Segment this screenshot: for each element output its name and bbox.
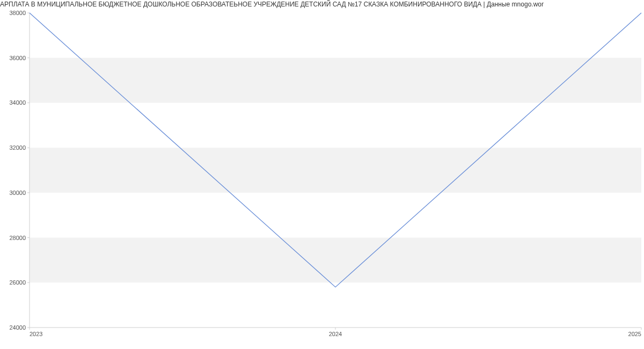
y-tick-label: 24000 <box>9 324 26 331</box>
x-tick-label: 2025 <box>628 331 641 337</box>
y-tick-label: 26000 <box>9 279 26 286</box>
y-axis-ticks: 2400026000280003000032000340003600038000 <box>9 10 30 331</box>
x-axis-ticks: 202320242025 <box>30 328 641 337</box>
y-tick-label: 34000 <box>9 99 26 106</box>
y-tick-label: 32000 <box>9 144 26 151</box>
salary-line-chart: АРПЛАТА В МУНИЦИПАЛЬНОЕ БЮДЖЕТНОЕ ДОШКОЛ… <box>0 0 644 349</box>
grid-band <box>30 238 641 283</box>
y-tick-label: 30000 <box>9 190 26 196</box>
grid-band <box>30 58 641 103</box>
grid-band <box>30 148 641 193</box>
y-tick-label: 38000 <box>9 10 26 16</box>
x-tick-label: 2024 <box>329 331 342 337</box>
y-tick-label: 28000 <box>9 235 26 241</box>
y-tick-label: 36000 <box>9 55 26 61</box>
x-tick-label: 2023 <box>30 331 42 337</box>
grid-bands <box>30 58 641 283</box>
chart-title: АРПЛАТА В МУНИЦИПАЛЬНОЕ БЮДЖЕТНОЕ ДОШКОЛ… <box>0 0 544 8</box>
